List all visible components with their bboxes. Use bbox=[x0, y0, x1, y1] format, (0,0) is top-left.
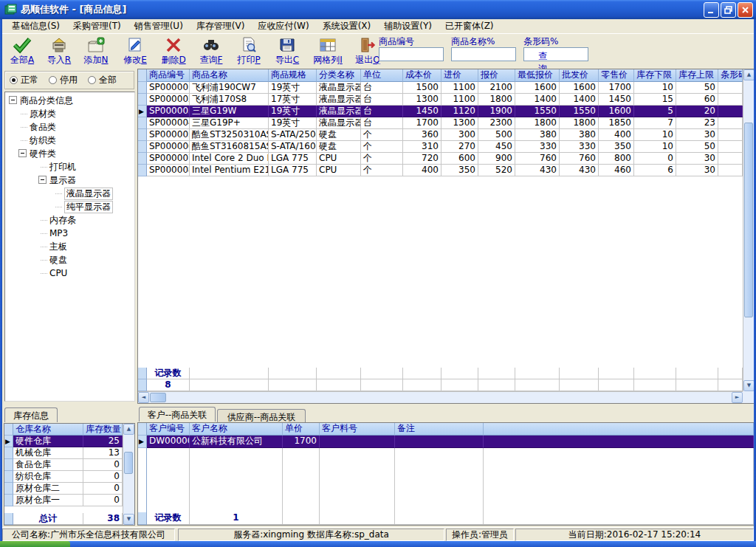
show-all-button[interactable]: 全部A bbox=[4, 35, 41, 68]
table-cell[interactable]: 0 bbox=[83, 471, 123, 483]
table-cell[interactable]: 1800 bbox=[515, 117, 560, 129]
table-cell[interactable]: 300 bbox=[441, 129, 478, 141]
export-button[interactable]: 导出C bbox=[269, 35, 306, 68]
product-table-horizontal-scrollbar[interactable]: ◄ ► bbox=[138, 391, 743, 403]
table-cell[interactable]: 台 bbox=[361, 94, 403, 106]
table-cell[interactable]: 酷鱼ST3250310AS bbox=[190, 129, 269, 141]
print-button[interactable]: 打印P bbox=[230, 35, 267, 68]
table-cell[interactable]: 液晶显示器 bbox=[317, 117, 361, 129]
table-cell[interactable]: CPU bbox=[317, 165, 361, 176]
column-header-3[interactable]: 客户料号 bbox=[320, 423, 395, 436]
column-header-4[interactable]: 备注 bbox=[395, 423, 484, 436]
tree-item[interactable]: 显示器 bbox=[5, 173, 134, 187]
tree-item[interactable]: 食品类 bbox=[5, 120, 134, 134]
find-button[interactable]: 查询F bbox=[193, 35, 230, 68]
table-cell[interactable]: 19英寸 bbox=[269, 106, 317, 117]
table-cell[interactable]: 1100 bbox=[441, 82, 478, 94]
table-cell[interactable]: 1550 bbox=[515, 106, 560, 117]
table-row[interactable]: SP000001飞利浦190CW719英寸液晶显示器台1500110021001… bbox=[138, 82, 743, 94]
row-selector[interactable] bbox=[138, 165, 147, 176]
table-cell[interactable]: 19英寸 bbox=[269, 82, 317, 94]
row-selector[interactable] bbox=[138, 106, 147, 117]
import-button[interactable]: 导入R bbox=[41, 35, 78, 68]
table-cell[interactable]: 460 bbox=[599, 165, 634, 176]
table-cell[interactable]: 硬件仓库 bbox=[13, 436, 83, 447]
table-cell[interactable]: 600 bbox=[441, 153, 478, 165]
table-cell[interactable]: LGA 775 bbox=[269, 165, 317, 176]
table-cell[interactable]: 20 bbox=[676, 106, 718, 117]
table-cell[interactable]: 30 bbox=[676, 129, 718, 141]
table-cell[interactable]: 1800 bbox=[560, 117, 599, 129]
minimize-button[interactable] bbox=[704, 2, 719, 18]
table-cell[interactable]: 50 bbox=[676, 82, 718, 94]
table-row[interactable]: SP000007Intel Core 2 Duo E4500LGA 775CPU… bbox=[138, 153, 743, 165]
column-header-2[interactable]: 单价 bbox=[283, 423, 320, 436]
row-selector[interactable] bbox=[138, 117, 147, 129]
row-selector[interactable] bbox=[4, 447, 13, 459]
column-header-0[interactable]: 商品编号 bbox=[147, 69, 190, 82]
column-header-9[interactable]: 批发价 bbox=[560, 69, 599, 82]
tree-item[interactable]: 商品分类信息 bbox=[5, 94, 134, 107]
collapse-toggle-icon[interactable] bbox=[18, 149, 27, 157]
tree-item[interactable]: CPU bbox=[5, 266, 134, 280]
scroll-up-icon[interactable]: ▲ bbox=[743, 69, 755, 80]
inventory-vertical-scrollbar[interactable]: ▲ ▼ bbox=[123, 424, 134, 525]
table-cell[interactable] bbox=[395, 436, 484, 448]
table-cell[interactable]: 330 bbox=[560, 141, 599, 153]
table-cell[interactable] bbox=[718, 141, 743, 153]
tab-inventory-info[interactable]: 库存信息 bbox=[4, 407, 58, 422]
table-cell[interactable] bbox=[718, 82, 743, 94]
table-cell[interactable]: 400 bbox=[599, 129, 634, 141]
table-cell[interactable]: 个 bbox=[361, 153, 403, 165]
table-cell[interactable]: 台 bbox=[361, 106, 403, 117]
table-cell[interactable] bbox=[484, 436, 754, 448]
column-header-1[interactable]: 客户名称 bbox=[190, 423, 283, 436]
table-cell[interactable]: 1700 bbox=[599, 82, 634, 94]
table-cell[interactable]: 1450 bbox=[599, 94, 634, 106]
menu-item-4[interactable]: 应收应付(W) bbox=[251, 18, 315, 34]
table-cell[interactable]: LGA 775 bbox=[269, 153, 317, 165]
column-header-2[interactable]: 商品规格 bbox=[269, 69, 317, 82]
column-header-1[interactable]: 库存数量 bbox=[83, 424, 123, 436]
row-selector[interactable] bbox=[138, 153, 147, 165]
table-cell[interactable] bbox=[718, 129, 743, 141]
column-header-6[interactable]: 进价 bbox=[441, 69, 478, 82]
table-cell[interactable]: 食品仓库 bbox=[13, 459, 83, 471]
row-selector[interactable] bbox=[4, 436, 13, 447]
table-cell[interactable]: CPU bbox=[317, 153, 361, 165]
table-cell[interactable]: 1600 bbox=[599, 106, 634, 117]
grid-columns-button[interactable]: 网格列I bbox=[306, 35, 349, 68]
tree-item[interactable]: 原材类 bbox=[5, 107, 134, 120]
table-cell[interactable]: SP000001 bbox=[147, 82, 190, 94]
table-cell[interactable]: 1300 bbox=[441, 117, 478, 129]
table-cell[interactable]: S-ATA/160G bbox=[269, 141, 317, 153]
product-name-input[interactable] bbox=[451, 47, 516, 61]
table-cell[interactable]: 60 bbox=[676, 94, 718, 106]
table-row[interactable]: 硬件仓库25 bbox=[4, 436, 123, 447]
table-cell[interactable]: 380 bbox=[515, 129, 560, 141]
table-cell[interactable]: SP000003 bbox=[147, 106, 190, 117]
column-header-0[interactable]: 仓库名称 bbox=[13, 424, 83, 436]
table-cell[interactable]: SP000005 bbox=[147, 129, 190, 141]
table-cell[interactable]: 0 bbox=[83, 495, 123, 506]
scrollbar-thumb[interactable] bbox=[150, 393, 166, 402]
table-cell[interactable]: 310 bbox=[403, 141, 441, 153]
row-selector[interactable] bbox=[4, 459, 13, 471]
table-cell[interactable]: 17英寸 bbox=[269, 94, 317, 106]
table-cell[interactable]: 380 bbox=[560, 129, 599, 141]
table-cell[interactable]: 30 bbox=[676, 153, 718, 165]
table-cell[interactable]: 纺织仓库 bbox=[13, 471, 83, 483]
tree-item[interactable]: 硬盘 bbox=[5, 253, 134, 266]
table-cell[interactable]: 430 bbox=[560, 165, 599, 176]
scroll-up-icon[interactable]: ▲ bbox=[123, 424, 134, 435]
table-cell[interactable]: 1800 bbox=[478, 94, 515, 106]
scroll-down-icon[interactable]: ▼ bbox=[123, 514, 134, 525]
table-cell[interactable]: SP000002 bbox=[147, 94, 190, 106]
table-cell[interactable]: 760 bbox=[560, 153, 599, 165]
table-cell[interactable]: S-ATA/250G bbox=[269, 129, 317, 141]
column-header-7[interactable]: 报价 bbox=[478, 69, 515, 82]
table-cell[interactable]: 800 bbox=[599, 153, 634, 165]
table-cell[interactable]: 1100 bbox=[441, 94, 478, 106]
table-cell[interactable]: 450 bbox=[478, 141, 515, 153]
radio-filter-1[interactable]: 停用 bbox=[49, 74, 78, 86]
